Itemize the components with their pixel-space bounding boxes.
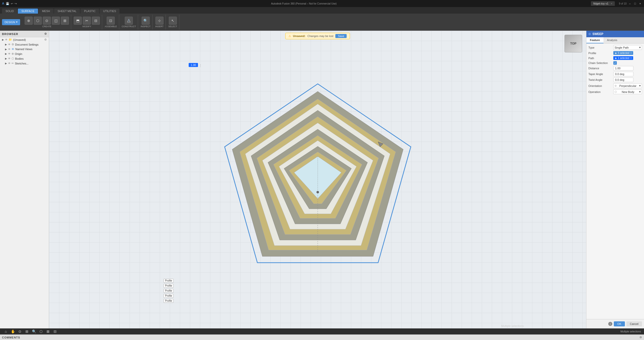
orientation-select[interactable]: ⊙ Perpendicular ▾ bbox=[613, 83, 642, 88]
create-btn-3[interactable]: ⊙ bbox=[43, 17, 51, 25]
inspect-group: 🔍 INSPECT bbox=[139, 15, 153, 29]
close-btn[interactable]: × bbox=[638, 2, 642, 5]
viewport[interactable]: ⚠ Unsaved: Changes may be lost Save 1.00… bbox=[49, 31, 586, 328]
modify-btn-3[interactable]: ⊟ bbox=[92, 17, 100, 25]
nav-cube[interactable]: TOP bbox=[565, 35, 582, 52]
eye-icon-unsaved: 👁 bbox=[5, 38, 8, 41]
operation-select[interactable]: ⬡ New Body ▾ bbox=[613, 89, 642, 94]
profile-label-3: Profile bbox=[164, 289, 174, 293]
sweep-cancel-btn[interactable]: Cancel bbox=[626, 321, 642, 326]
browser-arrow-origin: ▶ bbox=[5, 52, 7, 55]
create-btn-4[interactable]: ◫ bbox=[52, 17, 60, 25]
quick-access-save[interactable]: 💾 bbox=[6, 2, 9, 5]
browser-item-unsaved[interactable]: ▶ 👁 📁 (Unsaved) ⚙ bbox=[0, 37, 49, 42]
type-select-arrow: ▾ bbox=[639, 46, 641, 49]
assemble-btn-1[interactable]: ⊡ bbox=[107, 17, 115, 25]
notification-bar: ⚠ Unsaved: Changes may be lost Save bbox=[285, 33, 350, 39]
path-badge[interactable]: ◈ 1 selected × bbox=[613, 56, 633, 60]
insert-group: ⊹ INSERT bbox=[153, 15, 166, 29]
insert-btn-1[interactable]: ⊹ bbox=[155, 17, 164, 25]
multiple-selections-status: Multiple selections bbox=[620, 330, 641, 333]
browser-item-settings[interactable]: ⚙ bbox=[44, 38, 47, 41]
modify-btn-2[interactable]: ✂ bbox=[83, 17, 91, 25]
profile-label-4: Profile bbox=[164, 294, 174, 298]
tab-surface[interactable]: SURFACE bbox=[18, 9, 38, 14]
minimize-btn[interactable]: – bbox=[628, 2, 632, 5]
title-bar-left: A 💾 ↩ ↪ bbox=[2, 2, 17, 5]
comments-bar: COMMENTS ⚙ bbox=[0, 334, 644, 340]
warning-icon: ⚠ bbox=[289, 35, 291, 38]
unsaved-label: Unsaved: bbox=[293, 35, 306, 38]
window-controls: 9 of 10 – □ × bbox=[619, 2, 642, 5]
select-btn-1[interactable]: ↖ bbox=[169, 17, 177, 25]
quick-access-redo[interactable]: ↪ bbox=[15, 2, 17, 5]
app-logo: A bbox=[2, 2, 4, 5]
field-path: Path ◈ 1 selected × bbox=[588, 56, 642, 60]
create-btn-2[interactable]: ⬡ bbox=[34, 17, 42, 25]
operation-icon: ⬡ bbox=[615, 90, 617, 93]
inspect-btn-1[interactable]: 🔍 bbox=[142, 17, 150, 25]
tab-solid[interactable]: SOLID bbox=[2, 9, 17, 14]
browser-item-sketches[interactable]: ▶ 👁 ✏ Sketches... bbox=[0, 61, 49, 66]
field-chain-selection: Chain Selection ✓ bbox=[588, 61, 642, 65]
orientation-icon: ⊙ bbox=[615, 84, 617, 87]
construct-btn-1[interactable] bbox=[125, 17, 133, 25]
path-clear-btn[interactable]: × bbox=[630, 57, 632, 59]
field-type: Type Single Path ▾ bbox=[588, 45, 642, 50]
dimension-box[interactable]: 1.00 bbox=[189, 63, 198, 67]
chain-selection-checkbox[interactable]: ✓ bbox=[613, 61, 617, 65]
file-tab[interactable]: fidget-toy v1 × bbox=[591, 1, 615, 6]
browser-item-doc-settings[interactable]: ▶ 👁 ⚙ Document Settings bbox=[0, 42, 49, 47]
browser-settings-icon[interactable]: ⚙ bbox=[44, 32, 47, 36]
bottom-btn-orbit[interactable]: ⊙ bbox=[17, 329, 23, 334]
cube-face-top[interactable]: TOP bbox=[565, 35, 582, 52]
field-orientation: Orientation ⊙ Perpendicular ▾ bbox=[588, 83, 642, 88]
twist-angle-input[interactable] bbox=[613, 78, 633, 82]
eye-icon-origin: 👁 bbox=[8, 52, 11, 55]
tab-sheet-metal[interactable]: SHEET METAL bbox=[54, 9, 80, 14]
bottom-btn-pan[interactable]: ✋ bbox=[10, 329, 16, 334]
browser-arrow-doc: ▶ bbox=[5, 43, 7, 46]
profile-label-1: Profile bbox=[164, 279, 174, 283]
create-btn-5[interactable]: ⊞ bbox=[61, 17, 69, 25]
bottom-btn-grid[interactable]: ⊟ bbox=[52, 329, 58, 334]
browser-item-bodies[interactable]: ▶ 👁 ⬡ Bodies bbox=[0, 56, 49, 61]
eye-icon-doc: 👁 bbox=[8, 43, 11, 46]
type-select[interactable]: Single Path ▾ bbox=[613, 45, 642, 50]
bottom-btn-home[interactable]: ⌂ bbox=[3, 329, 9, 334]
save-button[interactable]: Save bbox=[335, 34, 347, 38]
design-dropdown[interactable]: DESIGN ▾ bbox=[2, 19, 20, 25]
field-profile: Profile ◈ 5 selected × bbox=[588, 51, 642, 55]
profile-clear-btn[interactable]: × bbox=[630, 52, 632, 54]
eye-icon-bodies: 👁 bbox=[8, 57, 11, 60]
distance-input[interactable] bbox=[613, 66, 633, 71]
browser-item-origin[interactable]: ▶ 👁 ⊕ Origin bbox=[0, 51, 49, 56]
eye-icon-views: 👁 bbox=[8, 48, 11, 51]
profile-badge[interactable]: ◈ 5 selected × bbox=[613, 51, 633, 55]
file-tab-close[interactable]: × bbox=[611, 2, 612, 5]
modify-btn-1[interactable]: ⬒ bbox=[74, 17, 82, 25]
sweep-ok-btn[interactable]: OK bbox=[614, 321, 625, 326]
bottom-btn-zoom-fit[interactable]: ⊞ bbox=[24, 329, 30, 334]
tab-plastic[interactable]: PLASTIC bbox=[80, 9, 99, 14]
bottom-btn-viz[interactable]: ⊠ bbox=[45, 329, 51, 334]
sweep-info-btn[interactable]: i bbox=[608, 322, 612, 326]
taper-angle-input[interactable] bbox=[613, 72, 633, 76]
browser-item-named-views[interactable]: ▶ 👁 👁 Named Views bbox=[0, 47, 49, 51]
bottom-btn-display[interactable]: ⬡ bbox=[38, 329, 44, 334]
bodies-icon: ⬡ bbox=[12, 57, 14, 60]
sweep-tab-analysis[interactable]: Analysis bbox=[603, 37, 621, 43]
create-btn-1[interactable]: ⊕ bbox=[25, 17, 33, 25]
tab-utilities[interactable]: UTILITIES bbox=[100, 9, 119, 14]
sweep-tab-feature[interactable]: Feature bbox=[586, 37, 603, 43]
status-bar: ⌂ ✋ ⊙ ⊞ 🔍 ⬡ ⊠ ⊟ Multiple selections bbox=[0, 328, 644, 334]
comments-settings[interactable]: ⚙ bbox=[639, 336, 642, 339]
quick-access-undo[interactable]: ↩ bbox=[11, 2, 13, 5]
tab-counter: 9 of 10 bbox=[619, 2, 627, 5]
maxrestore-btn[interactable]: □ bbox=[633, 2, 637, 5]
dim-box-dots[interactable]: ⋮ bbox=[199, 63, 202, 67]
select-group: ↖ SELECT bbox=[166, 15, 179, 29]
create-group: ⊕ ⬡ ⊙ ◫ ⊞ CREATE bbox=[23, 15, 71, 29]
bottom-btn-zoom[interactable]: 🔍 bbox=[31, 329, 37, 334]
tab-mesh[interactable]: MESH bbox=[38, 9, 54, 14]
